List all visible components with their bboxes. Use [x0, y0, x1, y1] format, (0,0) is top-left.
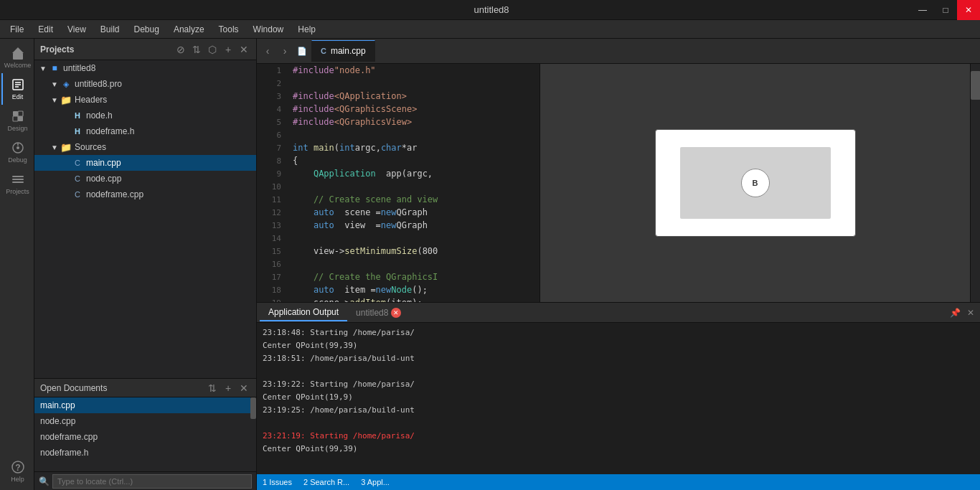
- sidebar-icon-projects[interactable]: Projects: [1, 168, 33, 199]
- welcome-icon: [11, 46, 25, 60]
- status-issues[interactable]: 1 Issues: [263, 478, 292, 486]
- tree-item-pro[interactable]: ▼ ◈ untitled8.pro: [34, 76, 256, 92]
- tree-label-pro: untitled8.pro: [75, 79, 256, 89]
- sidebar-icons: Welcome Edit Design Debug Projects ? Hel…: [0, 39, 34, 490]
- code-line-12: auto scene = new QGraph: [293, 206, 540, 219]
- tree-item-headers[interactable]: ▼ 📁 Headers: [34, 92, 256, 108]
- titlebar-controls: — □ ✕: [911, 0, 980, 20]
- bottom-tab-untitled[interactable]: untitled8 ✕: [347, 305, 410, 321]
- sources-folder-icon: 📁: [60, 141, 72, 153]
- svg-point-11: [17, 146, 19, 149]
- svg-rect-7: [18, 111, 23, 116]
- tree-item-nodeframe-h[interactable]: H nodeframe.h: [34, 123, 256, 139]
- menu-analyze[interactable]: Analyze: [166, 23, 212, 36]
- open-doc-main-cpp[interactable]: main.cpp: [34, 397, 256, 413]
- right-scrollbar[interactable]: [970, 64, 980, 302]
- sidebar-icon-design[interactable]: Design: [1, 105, 33, 136]
- tree-arrow-sources: ▼: [49, 141, 60, 153]
- open-docs-header[interactable]: Open Documents ⇅ + ✕: [34, 379, 256, 397]
- status-search[interactable]: 2 Search R...: [303, 478, 349, 486]
- menu-tools[interactable]: Tools: [212, 23, 246, 36]
- code-line-4: #include <QGraphicsScene>: [293, 103, 540, 116]
- sidebar-icon-edit[interactable]: Edit: [1, 73, 33, 105]
- menu-file[interactable]: File: [3, 23, 31, 36]
- menu-edit[interactable]: Edit: [31, 23, 60, 36]
- code-line-13: auto view = new QGraph: [293, 219, 540, 232]
- open-doc-nodeframe-cpp[interactable]: nodeframe.cpp: [34, 429, 256, 445]
- output-line-8: [263, 416, 974, 429]
- help-icon: ?: [11, 460, 25, 474]
- sidebar-icon-welcome[interactable]: Welcome: [1, 42, 33, 73]
- menu-debug[interactable]: Debug: [127, 23, 166, 36]
- status-bar: 1 Issues 2 Search R... 3 Appl...: [257, 474, 980, 490]
- bottom-close-panel-btn[interactable]: ✕: [964, 306, 977, 319]
- locate-input[interactable]: [52, 474, 252, 489]
- menu-build[interactable]: Build: [93, 23, 127, 36]
- ln-17: 17: [257, 270, 281, 283]
- locate-bar: 🔍: [34, 471, 256, 490]
- output-line-2: Center QPoint(99,39): [263, 339, 974, 352]
- preview-node-circle: B: [741, 169, 770, 197]
- bottom-tab-close[interactable]: ✕: [391, 308, 401, 318]
- sidebar-icon-help[interactable]: ? Help: [1, 456, 33, 487]
- panel-filter-btn[interactable]: ⊘: [174, 43, 187, 56]
- ln-19: 19: [257, 296, 281, 302]
- panel-sort-btn[interactable]: ⇅: [190, 43, 203, 56]
- panel-link-btn[interactable]: ⬡: [206, 43, 219, 56]
- open-docs-scrollbar-thumb[interactable]: [250, 397, 256, 419]
- panel-close-btn[interactable]: ✕: [237, 43, 250, 56]
- code-line-16: [293, 258, 540, 270]
- menu-window[interactable]: Window: [246, 23, 291, 36]
- ln-4: 4: [257, 103, 281, 116]
- open-docs-actions: ⇅ + ✕: [206, 382, 250, 395]
- status-apply-label: 3 Appl...: [361, 478, 390, 486]
- menu-view[interactable]: View: [60, 23, 93, 36]
- minimize-button[interactable]: —: [911, 0, 934, 20]
- output-line-9: 23:21:19: Starting /home/parisa/: [263, 429, 974, 442]
- node-h-icon: H: [72, 110, 83, 121]
- svg-text:?: ?: [15, 463, 20, 473]
- menu-help[interactable]: Help: [291, 23, 323, 36]
- code-line-6: [293, 128, 540, 141]
- preview-pane: B: [540, 64, 970, 302]
- tab-nav-file[interactable]: 📄: [294, 43, 310, 59]
- open-doc-nodeframe-h[interactable]: nodeframe.h: [34, 445, 256, 461]
- tab-nav-back[interactable]: ‹: [260, 43, 275, 59]
- editor-area: ‹ › 📄 C main.cpp 1 2 3 4 5 6 7 8: [257, 39, 980, 490]
- nodeframe-cpp-icon: C: [72, 189, 83, 200]
- right-scrollbar-thumb[interactable]: [971, 71, 980, 100]
- tree-item-nodeframe-cpp[interactable]: C nodeframe.cpp: [34, 187, 256, 202]
- code-line-17: // Create the QGraphicsI: [293, 270, 540, 283]
- status-apply[interactable]: 3 Appl...: [361, 478, 390, 486]
- open-doc-node-cpp[interactable]: node.cpp: [34, 413, 256, 429]
- open-docs-sort-btn[interactable]: ⇅: [206, 382, 219, 395]
- open-docs-scrollbar[interactable]: [250, 397, 256, 471]
- maximize-button[interactable]: □: [934, 0, 957, 20]
- panel-add-btn[interactable]: +: [222, 43, 235, 56]
- tab-nav-forward[interactable]: ›: [277, 43, 293, 59]
- sidebar-help-label: Help: [11, 476, 24, 483]
- tab-file-icon: C: [321, 47, 326, 55]
- code-line-9: QApplication app(argc,: [293, 167, 540, 180]
- bottom-pin-btn[interactable]: 📌: [948, 306, 961, 319]
- pro-file-icon: ◈: [60, 78, 72, 90]
- sidebar-icon-debug[interactable]: Debug: [1, 136, 33, 168]
- output-line-10: Center QPoint(99,39): [263, 442, 974, 455]
- code-editor[interactable]: 1 2 3 4 5 6 7 8 9 10 11 12 13 14 15 16 1: [257, 64, 540, 302]
- open-docs-close-btn[interactable]: ✕: [237, 382, 250, 395]
- tree-item-sources[interactable]: ▼ 📁 Sources: [34, 139, 256, 155]
- projects-icon: [11, 172, 25, 187]
- tree-item-node-h[interactable]: H node.h: [34, 108, 256, 123]
- tree-item-project[interactable]: ▼ ■ untitled8: [34, 60, 256, 76]
- project-icon: ■: [49, 62, 60, 74]
- output-line-1: 23:18:48: Starting /home/parisa/: [263, 326, 974, 339]
- open-doc-node-cpp-label: node.cpp: [40, 416, 75, 426]
- tree-item-main-cpp[interactable]: C main.cpp: [34, 155, 256, 171]
- close-button[interactable]: ✕: [957, 0, 980, 20]
- open-docs-add-btn[interactable]: +: [222, 382, 235, 395]
- sidebar-debug-label: Debug: [8, 156, 27, 164]
- tree-label-node-cpp: node.cpp: [86, 174, 256, 184]
- bottom-tab-app-output[interactable]: Application Output: [260, 304, 347, 321]
- tree-item-node-cpp[interactable]: C node.cpp: [34, 171, 256, 187]
- tab-main-cpp[interactable]: C main.cpp: [311, 40, 375, 62]
